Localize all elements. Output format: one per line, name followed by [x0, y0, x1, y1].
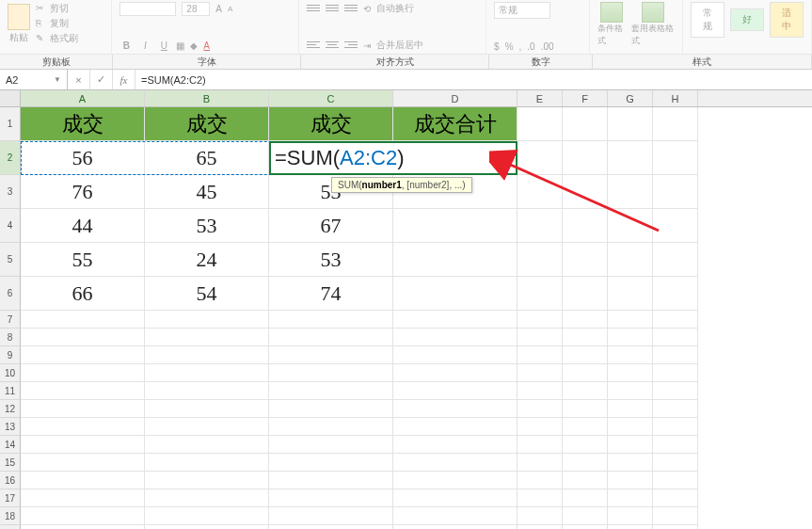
empty-cell[interactable] [517, 454, 563, 472]
fx-button[interactable]: fx [113, 70, 135, 89]
orientation-icon[interactable]: ⟲ [363, 4, 371, 14]
empty-cell[interactable] [269, 418, 393, 436]
border-icon[interactable]: ▦ [176, 40, 184, 51]
col-header-e[interactable]: E [517, 90, 563, 106]
empty-cell[interactable] [653, 436, 698, 454]
empty-cell[interactable] [563, 472, 608, 489]
increase-decimal-icon[interactable]: .0 [527, 41, 534, 52]
empty-cell[interactable] [21, 311, 145, 329]
empty-cell[interactable] [517, 472, 563, 489]
row-header[interactable]: 14 [0, 436, 21, 454]
align-middle-icon[interactable] [326, 3, 339, 14]
empty-cell[interactable] [653, 418, 698, 436]
copy-button[interactable]: ⎘复制 [36, 17, 78, 30]
row-header[interactable]: 9 [0, 346, 21, 364]
row-header[interactable]: 10 [0, 364, 21, 382]
empty-cell[interactable] [608, 364, 653, 382]
empty-cell[interactable] [563, 418, 608, 436]
cell-style-suitable[interactable]: 适中 [770, 2, 804, 38]
col-header-g[interactable]: G [608, 90, 653, 106]
empty-cell[interactable] [517, 346, 563, 364]
data-cell[interactable] [393, 277, 517, 311]
empty-cell[interactable] [608, 311, 653, 329]
col-header-f[interactable]: F [563, 90, 608, 106]
empty-cell[interactable] [653, 454, 698, 472]
empty-cell[interactable] [269, 507, 393, 525]
row-header[interactable]: 12 [0, 400, 21, 418]
empty-cell[interactable] [563, 329, 608, 346]
empty-cell[interactable] [393, 329, 517, 346]
empty-cell[interactable] [653, 382, 698, 400]
empty-cell[interactable] [517, 436, 563, 454]
empty-cell[interactable] [563, 311, 608, 329]
empty-cell[interactable] [563, 489, 608, 507]
empty-cell[interactable] [653, 525, 698, 529]
empty-cell[interactable] [21, 436, 145, 454]
col-header-c[interactable]: C [269, 90, 393, 106]
header-cell[interactable]: 成交 [269, 107, 393, 141]
select-all-corner[interactable] [0, 90, 21, 106]
empty-cell[interactable] [269, 329, 393, 346]
row-header[interactable]: 1 [0, 107, 21, 141]
empty-cell[interactable] [653, 364, 698, 382]
row-header[interactable]: 3 [0, 175, 21, 209]
data-cell[interactable]: 44 [21, 209, 145, 243]
align-left-icon[interactable] [307, 40, 320, 51]
empty-cell[interactable] [563, 141, 608, 175]
empty-cell[interactable] [653, 346, 698, 364]
grow-font-icon[interactable]: A [215, 4, 222, 14]
empty-cell[interactable] [653, 329, 698, 346]
row-header[interactable]: 2 [0, 141, 21, 175]
empty-cell[interactable] [608, 400, 653, 418]
empty-cell[interactable] [145, 364, 269, 382]
data-cell[interactable]: 66 [21, 277, 145, 311]
empty-cell[interactable] [269, 346, 393, 364]
data-cell[interactable]: 54 [145, 277, 269, 311]
bold-button[interactable]: B [119, 39, 133, 52]
spreadsheet-grid[interactable]: A B C D E F G H 123456789101112131415161… [0, 90, 812, 529]
empty-cell[interactable] [145, 507, 269, 525]
empty-cell[interactable] [21, 346, 145, 364]
header-cell[interactable]: 成交 [21, 107, 145, 141]
empty-cell[interactable] [563, 400, 608, 418]
empty-cell[interactable] [269, 400, 393, 418]
empty-cell[interactable] [269, 525, 393, 529]
cancel-formula-button[interactable]: × [68, 70, 90, 89]
empty-cell[interactable] [517, 507, 563, 525]
chevron-down-icon[interactable]: ▼ [54, 75, 61, 84]
data-cell[interactable]: 55 [21, 243, 145, 277]
number-format-select[interactable]: 常规 [494, 2, 550, 19]
data-cell[interactable]: 24 [145, 243, 269, 277]
empty-cell[interactable] [393, 364, 517, 382]
data-cell[interactable] [393, 209, 517, 243]
data-cell[interactable] [393, 243, 517, 277]
empty-cell[interactable] [393, 507, 517, 525]
header-cell[interactable]: 成交 [145, 107, 269, 141]
empty-cell[interactable] [563, 107, 608, 141]
format-painter-button[interactable]: ✎格式刷 [36, 32, 78, 45]
data-cell[interactable]: 45 [145, 175, 269, 209]
empty-cell[interactable] [517, 364, 563, 382]
format-as-table-icon[interactable] [642, 2, 664, 23]
empty-cell[interactable] [608, 525, 653, 529]
percent-icon[interactable]: % [505, 41, 514, 52]
empty-cell[interactable] [608, 141, 653, 175]
font-color-icon[interactable]: A [203, 40, 210, 51]
col-header-h[interactable]: H [653, 90, 698, 106]
cell-style-normal[interactable]: 常规 [691, 2, 724, 38]
empty-cell[interactable] [608, 436, 653, 454]
data-cell[interactable]: 56 [21, 141, 145, 175]
empty-cell[interactable] [517, 107, 563, 141]
empty-cell[interactable] [145, 400, 269, 418]
empty-cell[interactable] [269, 382, 393, 400]
empty-cell[interactable] [145, 472, 269, 489]
col-header-d[interactable]: D [393, 90, 517, 106]
empty-cell[interactable] [393, 489, 517, 507]
empty-cell[interactable] [393, 436, 517, 454]
empty-cell[interactable] [21, 382, 145, 400]
empty-cell[interactable] [608, 329, 653, 346]
data-cell[interactable]: 76 [21, 175, 145, 209]
active-cell-editor[interactable]: =SUM(A2:C2) [269, 141, 517, 175]
empty-cell[interactable] [145, 489, 269, 507]
cell-style-good[interactable]: 好 [730, 8, 764, 31]
